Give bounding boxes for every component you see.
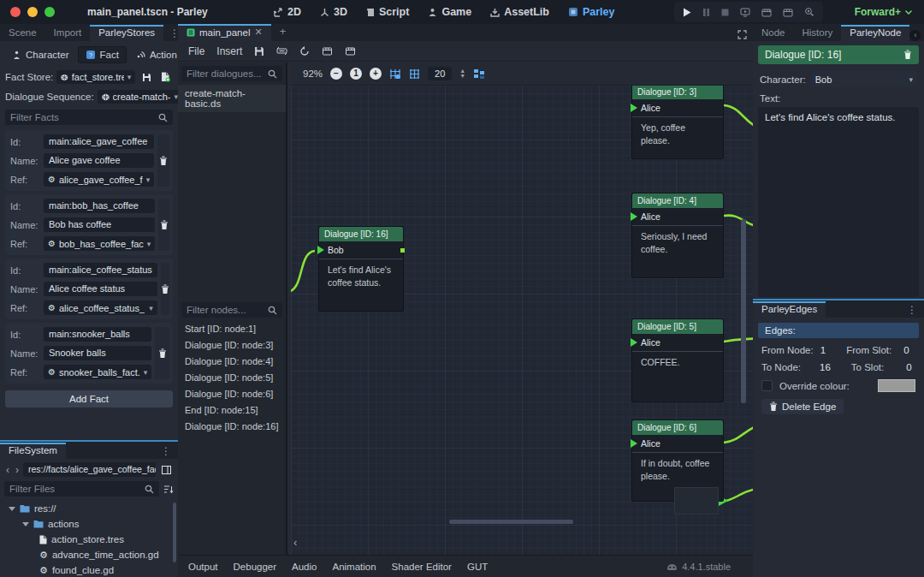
remote-debug-button[interactable]: [740, 8, 750, 17]
delete-fact-button[interactable]: [157, 134, 169, 187]
test-dialogue-icon[interactable]: [345, 46, 356, 56]
collapse-sidebar-icon[interactable]: ‹: [293, 536, 297, 549]
renderer-select[interactable]: Forward+: [855, 0, 912, 24]
input-port[interactable]: [631, 338, 637, 347]
export-dialogue-icon[interactable]: [276, 46, 287, 56]
close-window-button[interactable]: [10, 7, 21, 17]
tab-node[interactable]: Node: [753, 25, 794, 41]
node-list-item[interactable]: Start [ID: node:1]: [178, 321, 286, 337]
current-path-field[interactable]: res://facts/alice_gave_coffee_fact.g: [23, 462, 156, 477]
character-select[interactable]: Bob ▾: [811, 71, 917, 87]
bottom-tab-shader-editor[interactable]: Shader Editor: [392, 562, 452, 572]
fact-id-field[interactable]: main:alice_coffee_status: [44, 263, 157, 277]
collapse-icon[interactable]: [22, 522, 29, 526]
distraction-free-button[interactable]: [732, 28, 753, 41]
play-button[interactable]: [683, 8, 691, 17]
dock-menu-icon[interactable]: ⋮: [901, 302, 924, 318]
fact-ref-select[interactable]: ⚙alice_coffee_status_▾: [44, 300, 157, 315]
bottom-tab-gut[interactable]: GUT: [467, 562, 488, 572]
prev-object-button[interactable]: ‹: [909, 30, 921, 41]
fact-id-field[interactable]: main:snooker_balls: [44, 327, 151, 342]
graph-horizontal-scrollbar[interactable]: [449, 520, 573, 524]
delete-edge-button[interactable]: Delete Edge: [761, 399, 844, 414]
workspace-assetlib[interactable]: AssetLib: [490, 6, 549, 18]
fact-store-select[interactable]: fact_store.tre ▾: [56, 70, 135, 84]
workspace-game[interactable]: Game: [428, 6, 471, 18]
store-tab-fact[interactable]: ? Fact: [78, 46, 127, 63]
filter-nodes-input[interactable]: Filter nodes...: [181, 302, 282, 318]
profiler-button[interactable]: [804, 7, 814, 17]
delete-fact-button[interactable]: [155, 327, 169, 379]
workspace-script[interactable]: Script: [366, 6, 409, 18]
snap-step-spinner[interactable]: ▲▼: [459, 68, 465, 79]
fact-name-field[interactable]: Snooker balls: [44, 346, 151, 360]
filter-facts-input[interactable]: Filter Facts: [5, 110, 173, 125]
tree-item-res[interactable]: res://: [0, 501, 178, 516]
tree-item-actions[interactable]: actions: [0, 516, 178, 532]
run-movie-button[interactable]: [761, 8, 772, 17]
dialogue-graph-canvas[interactable]: 92% − 1 + 20 ▲▼ Di: [291, 62, 753, 555]
input-port[interactable]: [631, 104, 637, 112]
override-colour-checkbox[interactable]: [761, 380, 773, 391]
dialogue-text-input[interactable]: Let's find Alice's coffee status.: [758, 107, 919, 297]
workspace-2d[interactable]: 2D: [274, 6, 301, 18]
filter-files-input[interactable]: Filter Files: [4, 481, 159, 497]
add-fact-button[interactable]: Add Fact: [5, 390, 173, 407]
node-list-item[interactable]: Dialogue [ID: node:6]: [178, 386, 286, 402]
fact-name-field[interactable]: Bob has coffee: [44, 217, 155, 232]
tab-main-panel[interactable]: main_panel ✕: [178, 24, 271, 41]
fact-ref-select[interactable]: ⚙snooker_balls_fact.▾: [44, 365, 151, 379]
dialogue-node-3[interactable]: Dialogue [ID: 3] Alice Yep, coffee pleas…: [631, 84, 724, 159]
workspace-parley[interactable]: Parley: [568, 6, 615, 18]
input-port[interactable]: [631, 439, 637, 448]
graph-vertical-scrollbar[interactable]: [741, 219, 746, 403]
delete-fact-button[interactable]: [161, 263, 169, 315]
fact-name-field[interactable]: Alice gave coffee: [44, 153, 154, 168]
node-list-item[interactable]: Dialogue [ID: node:5]: [178, 370, 286, 386]
snap-step-input[interactable]: 20: [428, 67, 452, 80]
bottom-tab-animation[interactable]: Animation: [332, 562, 376, 572]
node-list-item[interactable]: Dialogue [ID: node:16]: [178, 419, 286, 435]
history-forward-button[interactable]: ›: [14, 464, 21, 476]
fact-id-field[interactable]: main:bob_has_coffee: [44, 199, 155, 213]
zoom-window-button[interactable]: [44, 7, 55, 17]
sort-files-icon[interactable]: [163, 485, 174, 494]
bottom-tab-audio[interactable]: Audio: [292, 562, 317, 572]
filter-dialogues-input[interactable]: Filter dialogues...: [181, 66, 282, 81]
stop-button[interactable]: [721, 9, 729, 16]
dialogue-sequence-select[interactable]: create-match- ▾: [98, 90, 182, 104]
new-tab-button[interactable]: +: [271, 22, 295, 41]
bottom-tab-output[interactable]: Output: [188, 562, 218, 572]
new-store-button[interactable]: [157, 69, 173, 85]
node-list-item[interactable]: End [ID: node:15]: [178, 402, 286, 419]
run-dialogue-icon[interactable]: [322, 46, 333, 56]
partial-node[interactable]: [674, 487, 719, 515]
grid-toggle-icon[interactable]: [409, 68, 420, 80]
zoom-out-button[interactable]: −: [330, 68, 342, 80]
store-tab-action[interactable]: Action: [128, 47, 184, 62]
pause-button[interactable]: [702, 8, 710, 17]
input-port[interactable]: [631, 212, 637, 221]
output-port[interactable]: [400, 248, 405, 253]
fact-ref-select[interactable]: ⚙bob_has_coffee_fac▾: [44, 236, 155, 251]
delete-node-button[interactable]: [903, 50, 912, 60]
node-list-item[interactable]: Dialogue [ID: node:4]: [178, 354, 286, 370]
tree-item-script[interactable]: ⚙ advance_time_action.gd: [0, 547, 178, 562]
history-back-button[interactable]: ‹: [4, 464, 11, 476]
fact-ref-select[interactable]: ⚙alice_gave_coffee_f▾: [44, 172, 154, 187]
dialogue-node-5[interactable]: Dialogue [ID: 5] Alice COFFEE.: [631, 318, 724, 402]
fact-name-field[interactable]: Alice coffee status: [44, 282, 157, 296]
workspace-3d[interactable]: 3D: [320, 6, 347, 18]
reset-view-icon[interactable]: [299, 46, 310, 57]
tab-parleynode[interactable]: ParleyNode: [841, 25, 909, 41]
tab-history[interactable]: History: [794, 25, 842, 41]
fact-id-field[interactable]: main:alice_gave_coffee: [44, 134, 154, 149]
input-port[interactable]: [317, 246, 324, 254]
tab-import[interactable]: Import: [45, 25, 91, 41]
minimize-window-button[interactable]: [27, 7, 38, 17]
dialogue-node-16[interactable]: Dialogue [ID: 16] Bob Let's find Alice's…: [318, 226, 404, 312]
tree-item-file[interactable]: action_store.tres: [0, 532, 178, 547]
menu-file[interactable]: File: [188, 45, 204, 57]
collapse-icon[interactable]: [9, 507, 15, 511]
tab-parleystores[interactable]: ParleyStores: [90, 25, 163, 41]
